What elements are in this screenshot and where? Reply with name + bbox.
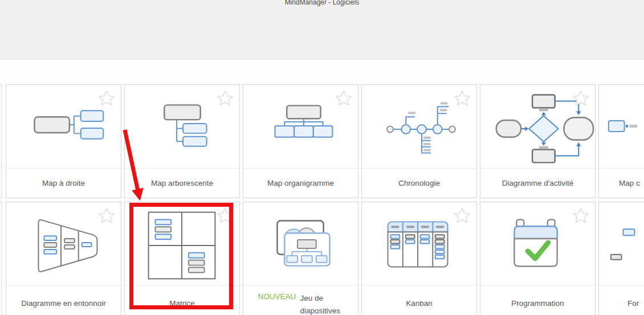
nouveau-badge: NOUVEAU [258, 292, 296, 301]
template-label: Map arborescente [151, 179, 213, 187]
favorite-star-icon[interactable] [453, 89, 471, 108]
favorite-star-icon[interactable] [216, 89, 234, 108]
template-card-partial-right-row1[interactable]: Map c [598, 84, 644, 198]
template-card-partial-left-row2[interactable] [0, 202, 2, 315]
template-card-map-arborescente[interactable]: Map arborescente [124, 84, 240, 198]
template-label: Matrice [169, 299, 194, 308]
template-card-chronologie[interactable]: Chronologie [361, 84, 477, 198]
template-label: Kanban [406, 299, 433, 308]
template-card-diagramme-activite[interactable]: Diagramme d'activité [480, 84, 596, 198]
template-label-area [0, 285, 1, 315]
template-card-jeu-de-diapositives[interactable]: NOUVEAU Jeu de diapositives [243, 202, 358, 315]
template-label: Map organigramme [267, 179, 334, 187]
window-title: MindManager - Logiciels [0, 0, 644, 6]
favorite-star-icon[interactable] [97, 89, 116, 108]
template-label: Map c [619, 179, 640, 187]
header-band [0, 0, 644, 60]
favorite-star-icon[interactable] [216, 207, 234, 225]
favorite-star-icon[interactable] [572, 89, 590, 108]
template-label: Map à droite [42, 179, 85, 187]
template-label: Diagramme d'activité [502, 179, 574, 187]
template-card-partial-right-row2[interactable]: For [598, 202, 644, 315]
template-label-area [0, 168, 1, 198]
template-label: For [627, 299, 639, 308]
favorite-star-icon[interactable] [572, 207, 590, 225]
template-label: Chronologie [398, 179, 440, 187]
template-card-kanban[interactable]: Kanban [361, 202, 477, 315]
favorite-star-icon[interactable] [335, 89, 353, 108]
template-card-programmation[interactable]: Programmation [480, 202, 596, 315]
favorite-star-icon[interactable] [453, 207, 471, 225]
gantt-icon [599, 85, 644, 168]
template-card-matrice[interactable]: Matrice [124, 202, 240, 315]
template-label: Programmation [511, 299, 564, 308]
favorite-star-icon[interactable] [97, 207, 116, 225]
template-card-map-a-droite[interactable]: Map à droite [6, 84, 121, 198]
form-icon [599, 202, 644, 285]
template-label: Jeu de diapositives [300, 292, 343, 315]
slides-icon [243, 202, 358, 285]
template-label: Diagramme en entonnoir [21, 299, 106, 308]
template-card-partial-left-row1[interactable] [0, 84, 2, 198]
template-card-map-organigramme[interactable]: Map organigramme [243, 84, 358, 198]
template-card-diagramme-entonnoir[interactable]: Diagramme en entonnoir [6, 202, 121, 315]
